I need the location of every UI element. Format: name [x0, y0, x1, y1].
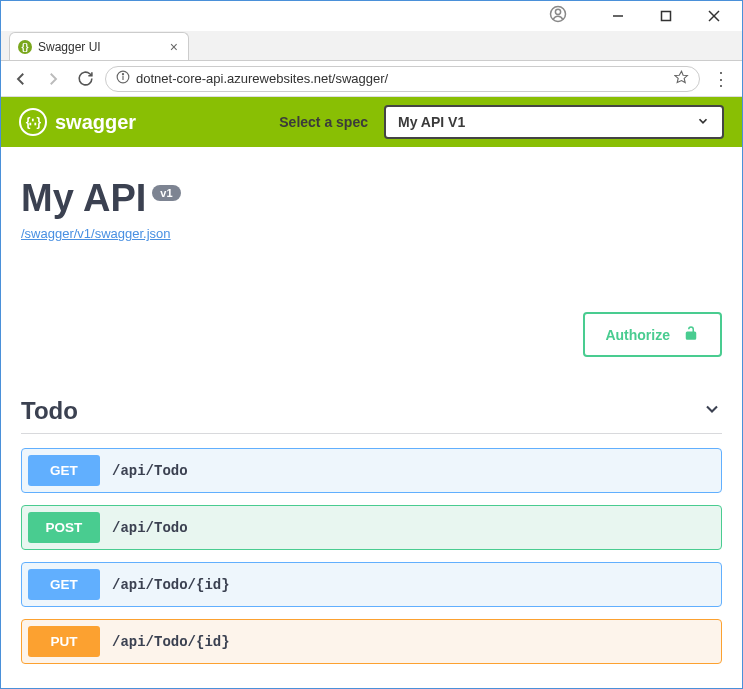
chevron-down-icon: [696, 114, 710, 131]
operation-method-badge: GET: [28, 569, 100, 600]
user-account-icon[interactable]: [549, 5, 567, 27]
browser-tab[interactable]: {} Swagger UI ×: [9, 32, 189, 60]
authorize-button[interactable]: Authorize: [583, 312, 722, 357]
swagger-brand-text: swagger: [55, 111, 136, 134]
swagger-logo-icon: {∴}: [19, 108, 47, 136]
operation-method-badge: GET: [28, 455, 100, 486]
operation-row[interactable]: PUT/api/Todo/{id}: [21, 619, 722, 664]
operation-path: /api/Todo: [112, 520, 188, 536]
swagger-topbar: {∴} swagger Select a spec My API V1: [1, 97, 742, 147]
operation-path: /api/Todo/{id}: [112, 634, 230, 650]
authorize-label: Authorize: [605, 327, 670, 343]
authorize-row: Authorize: [21, 312, 722, 357]
operation-method-badge: POST: [28, 512, 100, 543]
forward-button[interactable]: [41, 67, 65, 91]
api-title-row: My API v1: [21, 177, 722, 220]
api-spec-link[interactable]: /swagger/v1/swagger.json: [21, 226, 171, 241]
swagger-favicon-icon: {}: [18, 40, 32, 54]
tab-title: Swagger UI: [38, 40, 101, 54]
operation-row[interactable]: GET/api/Todo: [21, 448, 722, 493]
chevron-down-icon: [702, 399, 722, 423]
api-version-badge: v1: [152, 185, 180, 201]
close-window-button[interactable]: [694, 3, 734, 29]
spec-select[interactable]: My API V1: [384, 105, 724, 139]
operation-path: /api/Todo/{id}: [112, 577, 230, 593]
spec-selected-value: My API V1: [398, 114, 465, 130]
maximize-button[interactable]: [646, 3, 686, 29]
site-info-icon[interactable]: [116, 70, 130, 87]
svg-point-8: [122, 74, 123, 75]
operation-path: /api/Todo: [112, 463, 188, 479]
operations-list: GET/api/TodoPOST/api/TodoGET/api/Todo/{i…: [21, 448, 722, 664]
bookmark-star-icon[interactable]: [674, 70, 689, 88]
section-title: Todo: [21, 397, 78, 425]
back-button[interactable]: [9, 67, 33, 91]
url-text: dotnet-core-api.azurewebsites.net/swagge…: [136, 71, 388, 86]
operation-method-badge: PUT: [28, 626, 100, 657]
svg-point-1: [555, 9, 560, 14]
swagger-content: My API v1 /swagger/v1/swagger.json Autho…: [1, 147, 742, 689]
spec-select-label: Select a spec: [279, 114, 368, 130]
svg-rect-3: [662, 12, 671, 21]
browser-navbar: dotnet-core-api.azurewebsites.net/swagge…: [1, 61, 742, 97]
operation-row[interactable]: GET/api/Todo/{id}: [21, 562, 722, 607]
browser-tabstrip: {} Swagger UI ×: [1, 31, 742, 61]
address-bar[interactable]: dotnet-core-api.azurewebsites.net/swagge…: [105, 66, 700, 92]
browser-menu-icon[interactable]: ⋮: [708, 68, 734, 90]
minimize-button[interactable]: [598, 3, 638, 29]
reload-button[interactable]: [73, 67, 97, 91]
section-header[interactable]: Todo: [21, 387, 722, 434]
unlock-icon: [682, 324, 700, 345]
operation-row[interactable]: POST/api/Todo: [21, 505, 722, 550]
window-titlebar: [1, 1, 742, 31]
api-title: My API: [21, 177, 146, 220]
swagger-logo[interactable]: {∴} swagger: [19, 108, 136, 136]
close-tab-icon[interactable]: ×: [170, 39, 178, 55]
